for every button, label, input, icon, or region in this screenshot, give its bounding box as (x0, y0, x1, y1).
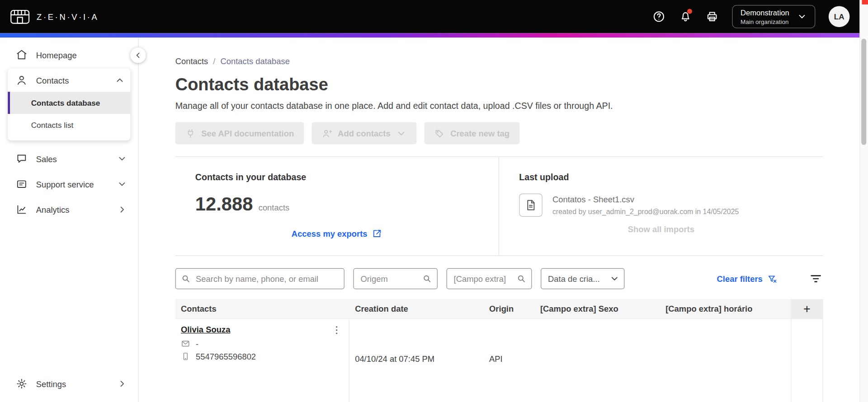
export-icon (372, 229, 382, 239)
creation-date-filter[interactable]: Data de cria... (541, 268, 624, 290)
breadcrumb-separator: / (213, 56, 215, 66)
sidebar-item-support-service[interactable]: Support service (0, 172, 138, 197)
search-input[interactable] (175, 268, 344, 290)
scrollbar[interactable] (860, 0, 868, 402)
avatar[interactable]: LA (829, 6, 850, 27)
breadcrumb-contacts[interactable]: Contacts (175, 56, 208, 66)
page-subtitle: Manage all of your contacts database in … (175, 101, 823, 111)
horario-cell (660, 319, 791, 402)
chart-icon (15, 204, 28, 216)
create-new-tag-button[interactable]: Create new tag (425, 122, 520, 145)
contacts-table: Contacts Creation date Origin [Campo ext… (175, 299, 823, 402)
clear-filters-link[interactable]: Clear filters (717, 273, 778, 284)
table-row: Olivia Souza (175, 319, 823, 402)
column-header-creation-date: Creation date (349, 304, 484, 313)
chevron-right-icon (117, 379, 127, 389)
see-api-documentation-button[interactable]: See API documentation (175, 122, 304, 145)
column-header-horario: [Campo extra] horário (660, 304, 791, 313)
sidebar-item-label: Support service (36, 179, 94, 189)
chevron-left-icon (134, 51, 143, 60)
breadcrumb-current: Contacts database (220, 56, 289, 66)
contacts-count-unit: contacts (259, 203, 290, 212)
column-header-origin: Origin (484, 304, 535, 313)
brand-text: Z·E·N·V·I·A (37, 12, 99, 21)
scrollbar-thumb[interactable] (861, 39, 866, 145)
chevron-down-icon (396, 128, 406, 138)
table-header-row: Contacts Creation date Origin [Campo ext… (175, 299, 823, 319)
sidebar-item-contacts[interactable]: Contacts (8, 69, 130, 92)
sidebar-item-analytics[interactable]: Analytics (0, 197, 138, 222)
filter-columns-icon[interactable] (809, 271, 823, 286)
chevron-down-icon (117, 154, 127, 164)
show-all-imports-button[interactable]: Show all imports (628, 224, 694, 234)
zenvia-logo-icon (10, 9, 30, 24)
contacts-count-title: Contacts in your database (195, 173, 479, 182)
user-icon (15, 74, 28, 86)
sidebar-group-contacts: Contacts Contacts database Contacts list (8, 69, 130, 140)
sidebar-item-settings[interactable]: Settings (0, 371, 138, 396)
app-window: Z·E·N·V·I·A (0, 0, 868, 402)
notifications-bell-icon[interactable] (679, 10, 692, 23)
access-my-exports-link[interactable]: Access my exports (292, 229, 382, 239)
clear-filter-icon (767, 273, 778, 284)
row-menu-icon[interactable] (331, 325, 342, 336)
filters-bar: Data de cria... Clear filters (175, 268, 823, 290)
contacts-count-value: 12.888 (195, 193, 253, 215)
ticket-icon (15, 178, 28, 190)
plug-icon (185, 128, 196, 138)
sidebar-collapse-button[interactable] (130, 47, 146, 63)
tag-icon (434, 128, 445, 138)
contact-email: - (196, 339, 198, 348)
search-icon (181, 274, 191, 284)
column-header-contacts: Contacts (175, 304, 349, 313)
user-plus-icon (322, 128, 332, 138)
add-column-button[interactable]: + (791, 299, 823, 319)
column-header-sexo: [Campo extra] Sexo (535, 304, 660, 313)
contact-name-link[interactable]: Olivia Souza (181, 325, 230, 334)
brand-gradient-bar (0, 33, 860, 37)
phone-icon (181, 352, 190, 361)
sidebar-item-contacts-database[interactable]: Contacts database (8, 92, 130, 114)
add-contacts-button[interactable]: Add contacts (311, 122, 416, 145)
gear-icon (15, 378, 28, 390)
sexo-cell (535, 319, 660, 402)
scrollbar-marker (862, 0, 868, 5)
add-column-spacer (791, 319, 823, 402)
top-bar: Z·E·N·V·I·A (0, 0, 860, 33)
sidebar-item-sales[interactable]: Sales (0, 146, 138, 171)
file-icon (519, 193, 542, 216)
contacts-count-card: Contacts in your database 12.888 contact… (175, 157, 499, 256)
search-icon (422, 274, 432, 284)
upload-file-meta: created by user_admin_2_prod@uorak.com i… (552, 207, 739, 215)
toolbar: See API documentation Add contacts (175, 122, 823, 145)
stats-section: Contacts in your database 12.888 contact… (175, 156, 823, 256)
chevron-up-icon (115, 75, 125, 85)
sidebar-item-homepage[interactable]: Homepage (0, 43, 138, 66)
help-icon[interactable] (652, 10, 665, 23)
contact-phone: 5547965596802 (196, 352, 256, 361)
sidebar-item-label: Settings (36, 379, 66, 388)
page-title: Contacts database (175, 75, 823, 94)
chevron-right-icon (117, 205, 127, 215)
main-content: Contacts / Contacts database Contacts da… (139, 37, 860, 402)
sidebar-item-label: Analytics (36, 205, 70, 215)
chevron-down-icon (117, 179, 127, 189)
chat-bubble-icon (15, 153, 28, 165)
breadcrumb: Contacts / Contacts database (175, 56, 823, 66)
contact-cell: Olivia Souza (175, 319, 349, 402)
chevron-down-icon (609, 274, 619, 284)
sidebar: Homepage Contacts Conta (0, 37, 139, 402)
chevron-down-icon (797, 12, 807, 22)
org-switcher[interactable]: Demonstration Main organization (732, 5, 816, 28)
creation-date-cell: 04/10/24 at 07:45 PM (349, 319, 484, 402)
search-icon (516, 274, 526, 284)
sidebar-item-contacts-list[interactable]: Contacts list (8, 114, 130, 136)
sidebar-item-label: Sales (36, 154, 57, 164)
upload-file-name: Contatos - Sheet1.csv (552, 195, 739, 204)
origin-cell: API (484, 319, 535, 402)
home-icon (15, 49, 28, 61)
sidebar-item-label: Homepage (36, 50, 77, 60)
org-subtitle: Main organization (741, 18, 789, 25)
printer-icon[interactable] (706, 10, 719, 23)
email-icon (181, 339, 190, 348)
